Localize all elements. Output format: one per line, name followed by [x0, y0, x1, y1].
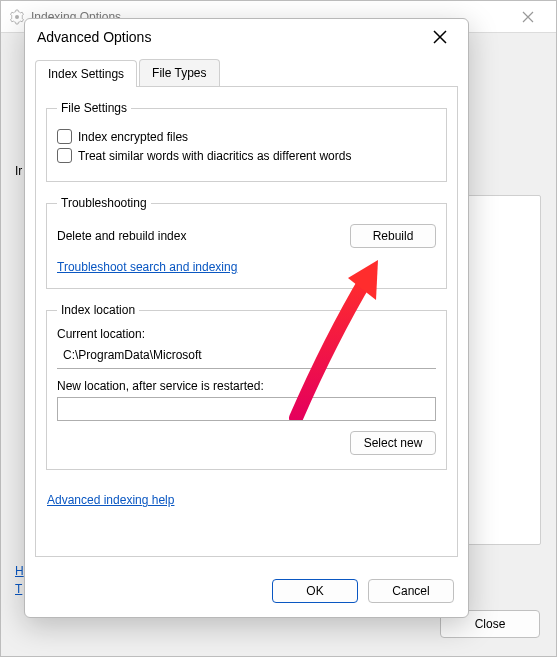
tab-strip: Index Settings File Types — [35, 59, 458, 87]
parent-links: H T — [15, 564, 24, 596]
parent-close-label: Close — [475, 617, 506, 631]
tab-file-types[interactable]: File Types — [139, 59, 219, 86]
parent-truncated-label: Ir — [15, 164, 22, 178]
dialog-title: Advanced Options — [37, 29, 151, 45]
tab-label: File Types — [152, 66, 206, 80]
delete-rebuild-label: Delete and rebuild index — [57, 229, 186, 243]
parent-link-h[interactable]: H — [15, 564, 24, 578]
advanced-indexing-help-link[interactable]: Advanced indexing help — [47, 493, 174, 507]
select-new-label: Select new — [364, 436, 423, 450]
tab-index-settings[interactable]: Index Settings — [35, 60, 137, 87]
diacritics-checkbox[interactable] — [57, 148, 72, 163]
cancel-button[interactable]: Cancel — [368, 579, 454, 603]
new-location-field[interactable] — [57, 397, 436, 421]
rebuild-button[interactable]: Rebuild — [350, 224, 436, 248]
close-button[interactable] — [424, 23, 456, 51]
parent-link-t[interactable]: T — [15, 582, 24, 596]
parent-close-button[interactable] — [508, 1, 548, 32]
select-new-button[interactable]: Select new — [350, 431, 436, 455]
index-location-group: Index location Current location: C:\Prog… — [46, 303, 447, 470]
rebuild-button-label: Rebuild — [373, 229, 414, 243]
file-settings-legend: File Settings — [57, 101, 131, 115]
index-encrypted-label: Index encrypted files — [78, 130, 188, 144]
dialog-titlebar: Advanced Options — [25, 19, 468, 55]
indexing-icon — [9, 9, 25, 25]
svg-point-0 — [15, 15, 19, 19]
dialog-footer: OK Cancel — [25, 569, 468, 617]
current-location-label: Current location: — [57, 327, 436, 341]
troubleshooting-group: Troubleshooting Delete and rebuild index… — [46, 196, 447, 289]
file-settings-group: File Settings Index encrypted files Trea… — [46, 101, 447, 182]
tab-pane-index-settings: File Settings Index encrypted files Trea… — [35, 87, 458, 557]
diacritics-label: Treat similar words with diacritics as d… — [78, 149, 351, 163]
advanced-options-dialog: Advanced Options Index Settings File Typ… — [24, 18, 469, 618]
troubleshooting-legend: Troubleshooting — [57, 196, 151, 210]
troubleshoot-link[interactable]: Troubleshoot search and indexing — [57, 260, 237, 274]
index-location-legend: Index location — [57, 303, 139, 317]
new-location-label: New location, after service is restarted… — [57, 379, 436, 393]
current-location-value: C:\ProgramData\Microsoft — [57, 345, 436, 369]
index-encrypted-checkbox[interactable] — [57, 129, 72, 144]
tab-label: Index Settings — [48, 67, 124, 81]
ok-label: OK — [306, 584, 323, 598]
cancel-label: Cancel — [392, 584, 429, 598]
ok-button[interactable]: OK — [272, 579, 358, 603]
